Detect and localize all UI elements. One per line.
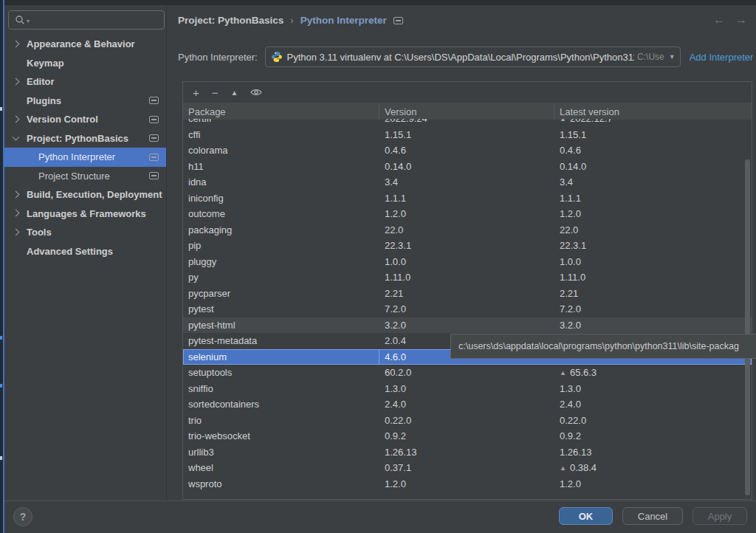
package-version-cell[interactable]: 0.4.6	[379, 142, 554, 159]
package-row-outcome[interactable]: outcome 1.2.0 1.2.0	[183, 206, 752, 222]
package-name-cell[interactable]: pytest-metadata	[183, 333, 379, 349]
package-row-packaging[interactable]: packaging 22.0 22.0	[183, 222, 752, 238]
package-latest-cell[interactable]: 0.9.2	[554, 428, 752, 444]
combo-dropdown-arrow-icon[interactable]: ▼	[669, 53, 676, 61]
expand-chevron-icon[interactable]	[13, 115, 20, 123]
package-name-cell[interactable]: packaging	[183, 222, 379, 238]
package-name-cell[interactable]: selenium	[183, 349, 379, 365]
package-version-cell[interactable]: 60.2.0	[379, 365, 554, 381]
package-name-cell[interactable]: iniconfig	[183, 190, 379, 207]
package-version-cell[interactable]: 1.11.0	[379, 269, 554, 286]
package-row-h11[interactable]: h11 0.14.0 0.14.0	[183, 159, 752, 175]
sidebar-item-advanced-settings[interactable]: Advanced Settings	[4, 242, 166, 261]
package-latest-cell[interactable]: 22.3.1	[554, 238, 752, 254]
column-header-version[interactable]: Version	[379, 103, 554, 120]
vertical-scrollbar-thumb[interactable]	[745, 159, 750, 495]
expand-chevron-icon[interactable]	[13, 40, 20, 47]
package-row-certifi[interactable]: certifi 2022.9.24 ▲2022.12.7	[183, 119, 752, 127]
column-header-latest-version[interactable]: Latest version	[554, 103, 752, 120]
package-name-cell[interactable]: urllib3	[183, 444, 379, 461]
package-latest-cell[interactable]: 2.4.0	[554, 396, 752, 413]
package-latest-cell[interactable]: 1.15.1	[554, 127, 752, 143]
package-version-cell[interactable]: 2022.9.24	[379, 119, 554, 127]
expand-chevron-icon[interactable]	[13, 228, 20, 235]
package-name-cell[interactable]: sniffio	[183, 381, 379, 397]
package-row-wsproto[interactable]: wsproto 1.2.0 1.2.0	[183, 476, 752, 492]
package-row-pytest-html[interactable]: pytest-html 3.2.0 3.2.0	[183, 317, 752, 334]
package-latest-cell[interactable]: 1.2.0	[554, 206, 752, 222]
sidebar-item-tools[interactable]: Tools	[4, 223, 166, 242]
package-name-cell[interactable]: wsproto	[183, 476, 379, 492]
package-latest-cell[interactable]: 1.2.0	[554, 476, 752, 492]
package-latest-cell[interactable]: 7.2.0	[554, 301, 752, 317]
column-header-package[interactable]: Package	[183, 103, 379, 120]
package-row-cffi[interactable]: cffi 1.15.1 1.15.1	[183, 127, 752, 143]
package-latest-cell[interactable]: 0.14.0	[554, 159, 752, 175]
help-button[interactable]: ?	[13, 507, 32, 526]
package-version-cell[interactable]: 1.15.1	[379, 127, 554, 143]
package-row-idna[interactable]: idna 3.4 3.4	[183, 174, 752, 190]
show-early-releases-eye-icon[interactable]	[250, 88, 262, 97]
package-row-py[interactable]: py 1.11.0 1.11.0	[183, 269, 752, 286]
package-row-urllib3[interactable]: urllib3 1.26.13 1.26.13	[183, 444, 752, 461]
package-row-colorama[interactable]: colorama 0.4.6 0.4.6	[183, 142, 752, 159]
package-name-cell[interactable]: pycparser	[183, 286, 379, 302]
sidebar-item-build-execution-deployment[interactable]: Build, Execution, Deployment	[4, 185, 166, 204]
sidebar-item-project-pythonbasics[interactable]: Project: PythonBasics	[4, 129, 166, 148]
sidebar-item-python-interpreter[interactable]: Python Interpreter	[4, 148, 166, 167]
package-row-trio-websocket[interactable]: trio-websocket 0.9.2 0.9.2	[183, 428, 752, 444]
interpreter-select[interactable]: Python 3.11 virtualenv at C:\Users\DS\Ap…	[265, 47, 681, 67]
expand-chevron-icon[interactable]	[13, 210, 20, 217]
package-version-cell[interactable]: 22.3.1	[379, 238, 554, 254]
package-name-cell[interactable]: sortedcontainers	[183, 396, 379, 413]
package-latest-cell[interactable]: 1.0.0	[554, 254, 752, 270]
package-version-cell[interactable]: 1.3.0	[379, 381, 554, 397]
package-row-wheel[interactable]: wheel 0.37.1 ▲0.38.4	[183, 460, 752, 476]
install-package-plus-icon[interactable]: +	[193, 87, 199, 98]
search-options-chevron-icon[interactable]: ▾	[27, 18, 30, 24]
package-version-cell[interactable]: 1.0.0	[379, 254, 554, 270]
package-version-cell[interactable]: 0.14.0	[379, 159, 554, 175]
package-version-cell[interactable]: 0.37.1	[379, 460, 554, 476]
expand-chevron-icon[interactable]	[13, 78, 20, 85]
package-name-cell[interactable]: certifi	[183, 119, 379, 127]
package-version-cell[interactable]: 2.4.0	[379, 396, 554, 413]
package-name-cell[interactable]: py	[183, 269, 379, 286]
sidebar-item-plugins[interactable]: Plugins	[4, 92, 166, 111]
package-version-cell[interactable]: 3.4	[379, 174, 554, 190]
package-name-cell[interactable]: colorama	[183, 142, 379, 159]
package-name-cell[interactable]: outcome	[183, 206, 379, 222]
package-name-cell[interactable]: cffi	[183, 127, 379, 143]
add-interpreter-link[interactable]: Add Interpreter	[690, 52, 756, 63]
package-row-iniconfig[interactable]: iniconfig 1.1.1 1.1.1	[183, 190, 752, 207]
history-forward-icon[interactable]: →	[735, 13, 747, 27]
package-name-cell[interactable]: pip	[183, 238, 379, 254]
package-version-cell[interactable]: 2.21	[379, 286, 554, 302]
package-row-pytest[interactable]: pytest 7.2.0 7.2.0	[183, 301, 752, 317]
sidebar-item-appearance-behavior[interactable]: Appearance & Behavior	[4, 35, 166, 54]
settings-search-input[interactable]: ▾	[8, 10, 165, 30]
sidebar-item-languages-frameworks[interactable]: Languages & Frameworks	[4, 204, 166, 224]
package-name-cell[interactable]: wheel	[183, 460, 379, 476]
expand-chevron-icon[interactable]	[13, 190, 20, 198]
ok-button[interactable]: OK	[559, 507, 613, 525]
package-row-sniffio[interactable]: sniffio 1.3.0 1.3.0	[183, 381, 752, 397]
expand-chevron-icon[interactable]	[13, 134, 20, 141]
package-latest-cell[interactable]: 3.4	[554, 174, 752, 190]
package-row-pluggy[interactable]: pluggy 1.0.0 1.0.0	[183, 254, 752, 270]
package-version-cell[interactable]: 1.1.1	[379, 190, 554, 207]
package-latest-cell[interactable]: 1.3.0	[554, 381, 752, 397]
package-version-cell[interactable]: 3.2.0	[379, 317, 554, 334]
package-name-cell[interactable]: trio-websocket	[183, 428, 379, 444]
package-name-cell[interactable]: idna	[183, 174, 379, 190]
package-row-trio[interactable]: trio 0.22.0 0.22.0	[183, 413, 752, 429]
package-latest-cell[interactable]: ▲65.6.3	[554, 365, 752, 381]
cancel-button[interactable]: Cancel	[622, 507, 683, 525]
package-latest-cell[interactable]: 2.21	[554, 286, 752, 302]
package-version-cell[interactable]: 7.2.0	[379, 301, 554, 317]
package-version-cell[interactable]: 1.2.0	[379, 476, 554, 492]
breadcrumb-project[interactable]: Project: PythonBasics	[178, 15, 284, 26]
package-latest-cell[interactable]: ▲2022.12.7	[554, 119, 752, 127]
history-back-icon[interactable]: ←	[713, 13, 725, 27]
package-version-cell[interactable]: 1.26.13	[379, 444, 554, 461]
